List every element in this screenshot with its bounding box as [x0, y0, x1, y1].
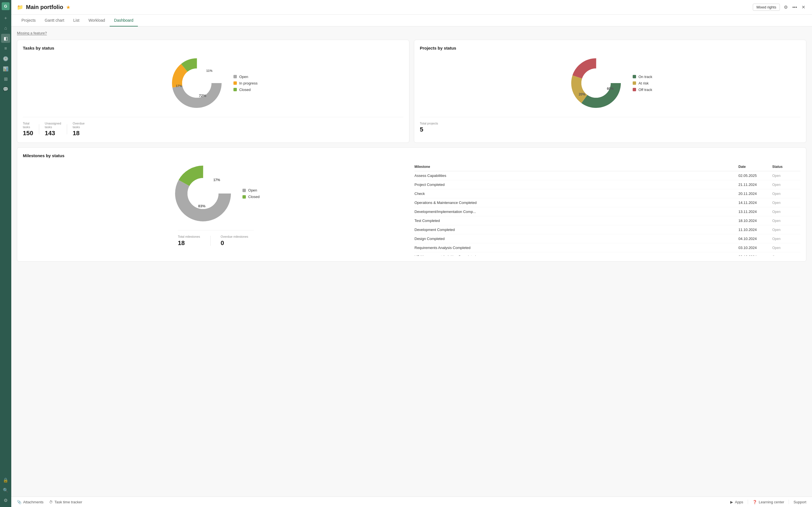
table-row: Requirements Analysis Completed 03.10.20…: [414, 243, 801, 252]
table-row: Operations & Maintenance Completed 14.11…: [414, 198, 801, 207]
table-row: Development/Implementation Comp... 13.11…: [414, 207, 801, 216]
milestones-table-container: Milestone Date Status Assess Capabilitie…: [414, 163, 801, 256]
apps-button[interactable]: ▶ Apps: [730, 500, 743, 504]
mixed-rights-button[interactable]: Mixed rights: [753, 4, 780, 11]
attachments-button[interactable]: 📎 Attachments: [17, 500, 43, 504]
projects-chart-area: 20% 20% 60% On track At risk: [420, 55, 801, 111]
milestones-card: Milestones by status 17%: [17, 147, 806, 262]
total-milestones-stat: Total milestones 18: [178, 235, 206, 246]
task-time-tracker-button[interactable]: ⏱ Task time tracker: [49, 500, 82, 504]
legend-in-progress: In progress: [234, 81, 257, 86]
bottom-right-actions: ▶ Apps ❓ Learning center Support: [730, 500, 806, 504]
add-icon[interactable]: ＋: [1, 13, 10, 22]
header: 📁 Main portfolio ★ Mixed rights ⚙ ••• ✕: [11, 0, 812, 15]
legend-open: Open: [234, 75, 257, 79]
sidebar: G ＋ ⌂ ◧ ≡ 🕐 📊 ⊞ 💬 🔒 🔍 ⚙: [0, 0, 11, 507]
overdue-tasks-stat: Overduetasks 18: [73, 122, 90, 137]
tab-dashboard[interactable]: Dashboard: [110, 15, 138, 26]
legend-off-track: Off track: [633, 88, 652, 92]
legend-m-open: Open: [243, 188, 259, 192]
analytics-icon[interactable]: 📊: [1, 64, 10, 73]
table-row: Development Completed 11.10.2024 Open: [414, 225, 801, 234]
legend-at-risk: At risk: [633, 81, 652, 86]
table-row: Assess Capabilities 02.05.2025 Open: [414, 171, 801, 180]
table-row: Project Completed 21.11.2024 Open: [414, 180, 801, 189]
milestones-legend: Open Closed: [243, 188, 259, 199]
lock-icon[interactable]: 🔒: [1, 475, 10, 485]
question-icon: ❓: [753, 500, 757, 504]
search-icon[interactable]: 🔍: [1, 486, 10, 495]
header-actions: ⚙ ••• ✕: [783, 3, 806, 11]
tasks-stats: Totaltasks 150 Unassignedtasks 143 Overd…: [23, 117, 403, 137]
milestones-donut-chart: 17% 83%: [172, 163, 234, 224]
projects-legend: On track At risk Off track: [633, 75, 652, 92]
portfolio-icon[interactable]: ◧: [1, 34, 10, 43]
legend-on-track: On track: [633, 75, 652, 79]
close-button[interactable]: ✕: [801, 3, 806, 11]
main-content: 📁 Main portfolio ★ Mixed rights ⚙ ••• ✕ …: [11, 0, 812, 507]
tasks-card-title: Tasks by status: [23, 46, 403, 50]
projects-by-status-card: Projects by status 20% 20% 60%: [414, 40, 806, 143]
unassigned-tasks-stat: Unassignedtasks 143: [45, 122, 67, 137]
projects-donut-chart: 20% 20% 60%: [568, 55, 624, 111]
favorite-star[interactable]: ★: [66, 4, 70, 10]
milestones-card-title: Milestones by status: [23, 153, 801, 158]
tab-list[interactable]: List: [69, 15, 84, 26]
milestones-content: 17% 83% Open Closed: [23, 163, 801, 256]
tab-projects[interactable]: Projects: [17, 15, 40, 26]
tasks-donut-chart: 11% 17% 72%: [168, 55, 225, 111]
milestones-left: 17% 83% Open Closed: [23, 163, 409, 256]
table-row: Check 20.11.2024 Open: [414, 189, 801, 198]
dashboard-content: Missing a feature? Tasks by status: [11, 26, 812, 497]
nav-tabs: Projects Gantt chart List Workload Dashb…: [11, 15, 812, 26]
settings-button[interactable]: ⚙: [783, 3, 789, 11]
missing-feature-link[interactable]: Missing a feature?: [17, 31, 806, 35]
table-row: UP Management Activities Completed 02.10…: [414, 252, 801, 256]
tasks-by-status-card: Tasks by status: [17, 40, 409, 143]
top-cards: Tasks by status: [17, 40, 806, 143]
support-button[interactable]: Support: [794, 500, 806, 504]
learning-center-button[interactable]: ❓ Learning center: [753, 500, 784, 504]
svg-point-3: [182, 68, 211, 98]
table-row: Design Completed 04.10.2024 Open: [414, 234, 801, 243]
apps-icon[interactable]: ⊞: [1, 74, 10, 83]
tasks-legend: Open In progress Closed: [234, 75, 257, 92]
app-logo[interactable]: G: [2, 2, 10, 10]
table-row: Test Completed 18.10.2024 Open: [414, 216, 801, 225]
bottom-bar: 📎 Attachments ⏱ Task time tracker ▶ Apps…: [11, 497, 812, 507]
milestones-chart-area: 17% 83% Open Closed: [172, 163, 259, 224]
clock-icon[interactable]: 🕐: [1, 54, 10, 63]
more-button[interactable]: •••: [791, 4, 798, 11]
milestones-table-scroll[interactable]: Assess Capabilities 02.05.2025 Open Proj…: [414, 171, 801, 256]
timer-icon: ⏱: [49, 500, 53, 504]
milestones-stats: Total milestones 18 Overdue milestones 0: [178, 230, 254, 246]
total-projects-stat: Total projects 5: [420, 122, 444, 133]
legend-closed: Closed: [234, 88, 257, 92]
paperclip-icon: 📎: [17, 500, 21, 504]
legend-m-closed: Closed: [243, 194, 259, 199]
page-title: Main portfolio: [26, 4, 63, 10]
tab-workload[interactable]: Workload: [84, 15, 110, 26]
projects-card-title: Projects by status: [420, 46, 801, 50]
tasks-chart-area: 11% 17% 72% Open In progress: [23, 55, 403, 111]
tab-gantt[interactable]: Gantt chart: [40, 15, 69, 26]
apps-icon: ▶: [730, 500, 733, 504]
total-tasks-stat: Totaltasks 150: [23, 122, 39, 137]
list-icon[interactable]: ≡: [1, 44, 10, 53]
overdue-milestones-stat: Overdue milestones 0: [221, 235, 254, 246]
settings-icon[interactable]: ⚙: [1, 496, 10, 505]
svg-point-7: [581, 68, 611, 98]
chat-icon[interactable]: 💬: [1, 84, 10, 94]
projects-stats: Total projects 5: [420, 117, 801, 133]
home-icon[interactable]: ⌂: [1, 24, 10, 33]
milestones-table-header: Milestone Date Status: [414, 163, 801, 171]
folder-icon: 📁: [17, 4, 23, 10]
